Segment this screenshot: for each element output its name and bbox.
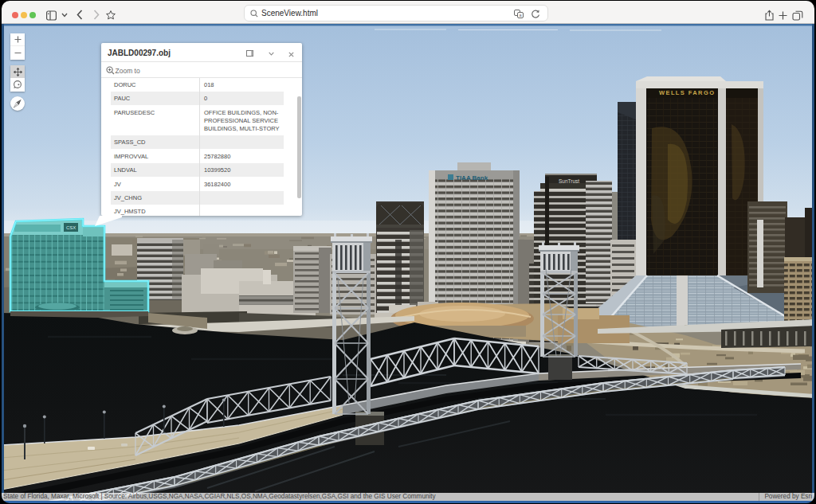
svg-text:CSX: CSX bbox=[66, 225, 76, 230]
svg-text:WELLS FARGO: WELLS FARGO bbox=[659, 89, 715, 96]
svg-text:SunTrust: SunTrust bbox=[559, 178, 579, 184]
svg-text:TIAA Bank: TIAA Bank bbox=[456, 174, 488, 182]
